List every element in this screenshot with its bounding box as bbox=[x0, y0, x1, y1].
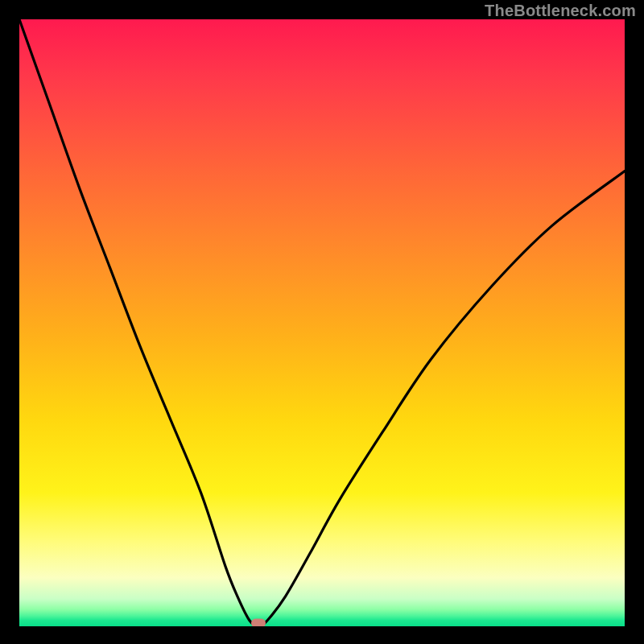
bottleneck-curve bbox=[19, 19, 625, 626]
watermark-text: TheBottleneck.com bbox=[485, 2, 636, 20]
minimum-marker bbox=[251, 619, 266, 627]
chart-frame: TheBottleneck.com bbox=[0, 0, 644, 644]
plot-area bbox=[19, 19, 625, 626]
